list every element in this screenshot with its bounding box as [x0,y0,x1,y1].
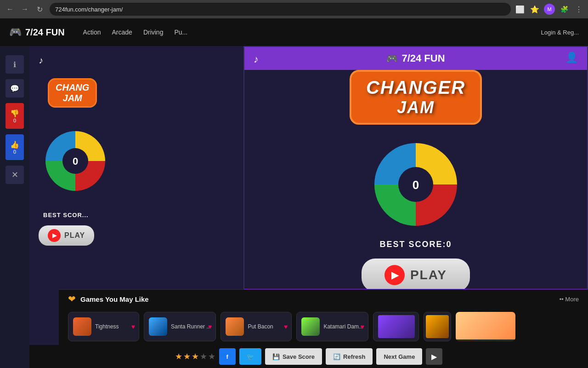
star-4[interactable]: ★ [200,351,207,362]
info-button[interactable]: ℹ [6,55,24,74]
game-thumb-katamari [301,317,320,336]
site-nav: Action Arcade Driving Pu... [83,29,188,36]
svg-text:0: 0 [413,178,419,192]
star-2[interactable]: ★ [183,351,191,362]
game-card-5[interactable] [373,312,419,341]
facebook-share-button[interactable]: f [219,348,236,365]
game-name-tightness: Tightness [95,323,134,330]
wheel-svg: 0 [370,138,462,230]
bg-score: BEST SCOR... [43,212,89,218]
overlay-music-note[interactable]: ♪ [254,53,259,65]
share-button[interactable]: ✕ [6,166,24,184]
game-card-6[interactable] [424,312,451,341]
best-score: BEST SCORE:0 [379,240,452,249]
heart-icon: ❤ [68,293,76,305]
game-name-santa: Santa Runner ... [171,323,211,330]
more-link[interactable]: •• More [560,296,579,303]
nav-more[interactable]: Pu... [174,29,187,36]
like-button[interactable]: 👍 0 [6,134,24,160]
extensions-icon[interactable]: ⬜ [514,4,526,15]
refresh-label: Refresh [343,353,365,360]
bottom-toolbar: ★ ★ ★ ★ ★ f 🐦 💾 Save Score 🔄 Refresh Ne [29,345,588,368]
next-arrow-button[interactable]: ▶ [426,348,442,365]
game-heart-santa: ♥ [208,323,212,330]
game-card-santa[interactable]: Santa Runner ... ♥ [144,312,216,341]
forward-button[interactable]: → [18,3,31,16]
title-line2: JAM [366,98,465,117]
best-score-label: BEST SCORE: [379,240,446,249]
play-icon [384,265,405,285]
top-bar-logo-icon: 🎮 [386,53,398,64]
overlay-top-bar: 🎮 7/24 FUN [244,47,587,70]
game-area: ♪ CHANG JAM [29,46,588,368]
logo-text: 7/24 FUN [25,27,65,38]
like-count: 0 [13,149,16,155]
top-bar-logo: 🎮 7/24 FUN [386,52,445,64]
title-bubble: CHANGER JAM [350,70,482,125]
info-icon: ℹ [13,60,16,69]
star-5[interactable]: ★ [208,351,215,362]
refresh-button[interactable]: ↻ [33,3,46,16]
address-bar[interactable] [50,3,511,16]
game-thumb-tightness [73,317,91,336]
save-score-button[interactable]: 💾 Save Score [265,348,322,365]
game-name-bacon: Put Bacon [248,323,287,330]
auth-links[interactable]: Login & Reg... [541,29,579,36]
site-logo[interactable]: 🎮 7/24 FUN [9,26,65,38]
bg-title-line1: CHANG [56,82,89,92]
thumbs-up-icon: 👍 [10,140,19,149]
twitter-share-button[interactable]: 🐦 [239,348,261,365]
games-you-like-title: Games You May Like [80,295,149,303]
nav-arcade[interactable]: Arcade [112,29,132,36]
bg-color-wheel: 0 [43,129,107,193]
bg-play-label: PLAY [64,231,85,240]
nav-action[interactable]: Action [83,29,101,36]
star-rating: ★ ★ ★ ★ ★ [175,351,215,362]
bg-play-icon [48,229,61,242]
dislike-count: 0 [13,118,16,123]
save-score-label: Save Score [283,353,315,360]
play-label: PLAY [410,268,447,282]
next-game-label: Next Game [384,353,415,360]
share-icon: ✕ [11,170,18,180]
game-thumb-5 [378,315,415,338]
color-wheel: 0 [370,138,462,230]
star-1[interactable]: ★ [175,351,182,362]
game-card-katamari[interactable]: Katamari Dam... ♥ [296,312,368,341]
game-card-tightness[interactable]: Tightness ♥ [68,312,139,341]
game-heart-tightness: ♥ [131,323,135,330]
bg-music-note: ♪ [39,55,43,66]
back-button[interactable]: ← [4,3,17,16]
dislike-button[interactable]: 👎 0 [6,103,24,129]
top-bar-title-text: 7/24 FUN [401,52,445,64]
menu-icon[interactable]: ⋮ [573,4,584,15]
game-heart-bacon: ♥ [284,323,288,330]
bg-play-button[interactable]: PLAY [39,225,94,246]
best-score-value: 0 [447,240,452,249]
overlay-user-icon[interactable]: 👤 [565,52,578,63]
game-thumb-7 [456,312,515,339]
game-card-bacon[interactable]: Put Bacon ♥ [220,312,292,341]
game-overlay: 🎮 7/24 FUN ♪ 👤 CHANGER JAM [243,46,588,313]
game-name-katamari: Katamari Dam... [323,323,363,330]
title-line1: CHANGER [366,77,465,98]
bookmark-icon[interactable]: ⭐ [529,4,540,15]
next-game-button[interactable]: Next Game [376,348,422,365]
game-card-7[interactable] [456,312,515,341]
game-thumb-santa [149,317,167,336]
star-3[interactable]: ★ [192,351,199,362]
profile-avatar[interactable]: M [544,4,555,15]
chat-icon: 💬 [10,84,19,93]
twitter-icon: 🐦 [247,353,254,360]
logo-icon: 🎮 [9,26,22,38]
play-button[interactable]: PLAY [362,259,470,292]
game-heart-katamari: ♥ [361,323,364,330]
chat-button[interactable]: 💬 [6,79,24,98]
save-icon: 💾 [272,353,280,360]
bg-title-line2: JAM [63,93,82,103]
puzzle-icon[interactable]: 🧩 [559,4,570,15]
refresh-icon: 🔄 [333,353,340,360]
refresh-button-toolbar[interactable]: 🔄 Refresh [326,348,373,365]
nav-driving[interactable]: Driving [143,29,164,36]
svg-text:0: 0 [73,155,78,167]
